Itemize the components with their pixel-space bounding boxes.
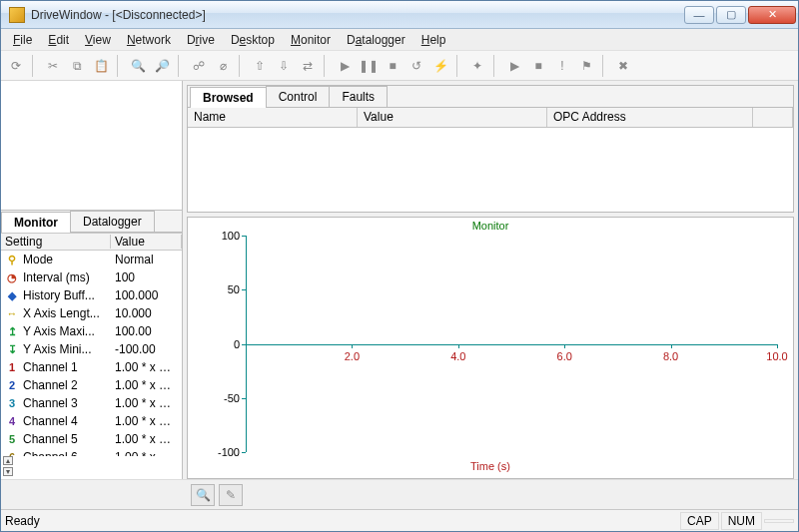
tool-connect-icon[interactable]: ☍: [188, 55, 210, 77]
x-tick-label: 2.0: [345, 350, 360, 362]
y-tick-label: 0: [234, 338, 246, 350]
settings-row[interactable]: ◆History Buff...100.000: [1, 286, 182, 304]
tool-download-icon[interactable]: ⇩: [273, 55, 295, 77]
menu-network[interactable]: Network: [119, 31, 179, 49]
tab-datalogger[interactable]: Datalogger: [70, 211, 155, 232]
bottom-zoom-icon[interactable]: 🔍: [191, 484, 215, 506]
bottom-toolbar: 🔍 ✎: [1, 479, 798, 509]
x-tick: [671, 344, 672, 348]
x-tick-label: 4.0: [450, 350, 465, 362]
settings-row-value: 1.00 * x + 0.00: [111, 432, 182, 446]
tool-play2-icon[interactable]: ▶: [503, 55, 525, 77]
settings-row[interactable]: ⚲ModeNormal: [1, 251, 182, 268]
settings-row-label: Channel 3: [23, 396, 78, 410]
tool-zoomout-icon[interactable]: 🔎: [151, 55, 173, 77]
hdr-setting[interactable]: Setting: [1, 235, 111, 249]
tab-control[interactable]: Control: [266, 86, 331, 107]
tool-mark-icon[interactable]: ⚑: [575, 55, 597, 77]
settings-row-label: X Axis Lengt...: [23, 306, 100, 320]
grid-header: Name Value OPC Address: [188, 108, 793, 128]
close-button[interactable]: ✕: [748, 6, 796, 24]
tool-upload-icon[interactable]: ⇧: [249, 55, 271, 77]
settings-row-value: 1.00 * x + 0.00: [111, 378, 182, 392]
settings-row-value: Normal: [111, 253, 182, 266]
menu-monitor[interactable]: Monitor: [283, 31, 339, 49]
tool-play-icon[interactable]: ▶: [334, 55, 356, 77]
col-opc[interactable]: OPC Address: [547, 108, 753, 127]
menu-desktop[interactable]: Desktop: [223, 31, 283, 49]
menu-help[interactable]: Help: [413, 31, 454, 49]
tool-reset-icon[interactable]: ↺: [405, 55, 427, 77]
settings-row-value: 1.00 * x + 0.00: [111, 414, 182, 428]
tool-bolt-icon[interactable]: ⚡: [429, 55, 451, 77]
status-blank: [764, 519, 794, 523]
x-tick: [564, 344, 565, 348]
tool-disconnect-icon[interactable]: ⌀: [212, 55, 234, 77]
tool-compare-icon[interactable]: ⇄: [297, 55, 319, 77]
tool-clear-icon[interactable]: ✖: [612, 55, 634, 77]
grid-body[interactable]: [188, 128, 793, 212]
settings-row[interactable]: ↧Y Axis Mini...-100.00: [1, 340, 182, 358]
minimize-button[interactable]: —: [684, 6, 714, 24]
tool-paste-icon[interactable]: 📋: [90, 55, 112, 77]
menu-bar: File Edit View Network Drive Desktop Mon…: [1, 29, 798, 51]
settings-row[interactable]: ↔X Axis Lengt...10.000: [1, 304, 182, 322]
app-window: DriveWindow - [<Disconnected>] — ▢ ✕ Fil…: [0, 0, 799, 532]
tool-pause-icon[interactable]: ❚❚: [358, 55, 380, 77]
mini-up-icon[interactable]: ▴: [3, 456, 13, 465]
x-tick: [352, 344, 353, 348]
tool-stop2-icon[interactable]: ■: [527, 55, 549, 77]
tree-view[interactable]: [1, 81, 182, 211]
tool-refresh-icon[interactable]: ⟳: [5, 55, 27, 77]
tab-browsed[interactable]: Browsed: [190, 87, 267, 108]
x-tick-label: 8.0: [663, 350, 678, 362]
chart-title: Monitor: [188, 218, 793, 232]
settings-row-label: Channel 5: [23, 432, 78, 446]
settings-row[interactable]: 6Channel 61.00 * x + 0.00: [1, 448, 182, 456]
tool-stop-icon[interactable]: ■: [382, 55, 403, 77]
menu-file-text: ile: [20, 33, 32, 47]
mini-down-icon[interactable]: ▾: [3, 467, 13, 476]
settings-row-value: 1.00 * x + 0.00: [111, 360, 182, 374]
settings-row[interactable]: 4Channel 41.00 * x + 0.00: [1, 412, 182, 430]
settings-row[interactable]: 1Channel 11.00 * x + 0.00: [1, 358, 182, 376]
upmax-icon: ↥: [5, 324, 19, 338]
bottom-edit-icon[interactable]: ✎: [219, 484, 243, 506]
menu-view[interactable]: View: [77, 31, 119, 49]
settings-row-value: 10.000: [111, 306, 182, 320]
hdr-value[interactable]: Value: [111, 235, 182, 249]
tool-star-icon[interactable]: ✦: [466, 55, 488, 77]
settings-row[interactable]: 2Channel 21.00 * x + 0.00: [1, 376, 182, 394]
tool-cut-icon[interactable]: ✂: [42, 55, 64, 77]
chart-pane[interactable]: Monitor 100500-50-1002.04.06.08.010.0 Ti…: [187, 217, 794, 479]
5-icon: 5: [5, 432, 19, 446]
settings-row-value: 1.00 * x + 0.00: [111, 396, 182, 410]
menu-file[interactable]: File: [5, 31, 40, 49]
tool-copy-icon[interactable]: ⧉: [66, 55, 88, 77]
col-name[interactable]: Name: [188, 108, 358, 127]
settings-row-label: Y Axis Mini...: [23, 342, 91, 356]
maximize-button[interactable]: ▢: [716, 6, 746, 24]
status-cap: CAP: [680, 512, 719, 530]
settings-row-label: Y Axis Maxi...: [23, 324, 95, 338]
settings-row[interactable]: 3Channel 31.00 * x + 0.00: [1, 394, 182, 412]
status-ready: Ready: [5, 514, 678, 528]
tab-faults[interactable]: Faults: [329, 86, 388, 107]
menu-datalogger[interactable]: Datalogger: [339, 31, 413, 49]
downmin-icon: ↧: [5, 342, 19, 356]
y-tick-label: -50: [224, 392, 246, 404]
tool-zoomin-icon[interactable]: 🔍: [127, 55, 149, 77]
tab-monitor[interactable]: Monitor: [1, 212, 71, 233]
left-panel: Monitor Datalogger Setting Value ⚲ModeNo…: [1, 81, 183, 479]
y-tick-label: -100: [218, 446, 246, 458]
settings-row-label: History Buff...: [23, 288, 95, 302]
tool-bang-icon[interactable]: !: [551, 55, 573, 77]
y-tick-label: 100: [222, 230, 246, 242]
menu-drive[interactable]: Drive: [179, 31, 223, 49]
col-value[interactable]: Value: [358, 108, 547, 127]
settings-row[interactable]: 5Channel 51.00 * x + 0.00: [1, 430, 182, 448]
settings-row[interactable]: ◔Interval (ms)100: [1, 268, 182, 286]
x-axis: [246, 344, 777, 345]
menu-edit[interactable]: Edit: [40, 31, 77, 49]
settings-row[interactable]: ↥Y Axis Maxi...100.00: [1, 322, 182, 340]
